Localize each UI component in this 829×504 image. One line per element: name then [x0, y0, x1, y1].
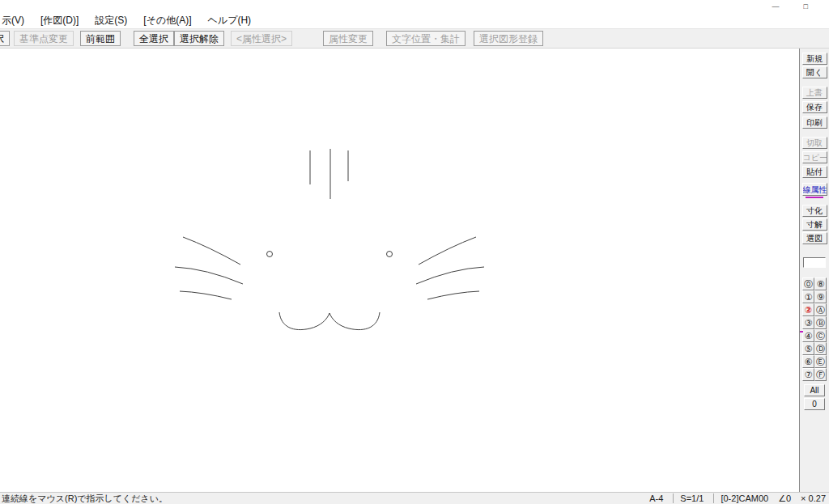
sidebar-button-new[interactable]: 新規: [802, 53, 827, 65]
layer-status-button[interactable]: [0-2]CAM00: [713, 493, 768, 503]
layer-group-0-button[interactable]: 0: [804, 398, 825, 410]
title-bar: — □: [0, 0, 829, 13]
cat-whisker-right-middle: [416, 267, 484, 284]
layer-button-e[interactable]: Ⓔ: [814, 355, 827, 368]
status-message: 連続線をマウス(R)で指示してください。: [2, 493, 168, 504]
toolbar-button-base-point-change: 基準点変更: [14, 31, 74, 46]
sidebar-button-print[interactable]: 印刷: [802, 116, 827, 129]
cat-whisker-left-bottom: [180, 291, 232, 299]
toolbar-button-text-position-tally: 文字位置・集計: [386, 31, 466, 46]
layer-button-c[interactable]: Ⓒ: [814, 329, 827, 342]
layer-grid: ⓪ ⑧ ① ⑨ ② Ⓐ ③ Ⓑ ④ Ⓒ ⑤ Ⓓ ⑥ Ⓔ ⑦ Ⓕ: [802, 277, 827, 381]
layer-button-b[interactable]: Ⓑ: [814, 316, 827, 329]
line-color-indicator: [806, 197, 823, 198]
right-sidebar: 新規 開く 上書 保存 印刷 切取 コピー 貼付 線属性 寸化 寸解 選図 ⓪ …: [800, 49, 829, 492]
status-right-group: A-4 S=1/1 [0-2]CAM00 ∠0 × 0.27: [649, 493, 826, 504]
scale-button[interactable]: S=1/1: [673, 493, 704, 503]
cat-whisker-left-middle: [175, 267, 243, 284]
layer-all-button[interactable]: All: [804, 384, 825, 396]
toolbar-button-deselect[interactable]: 選択解除: [174, 31, 224, 46]
zoom-indicator: × 0.27: [801, 493, 826, 503]
toolbar-button-select-all[interactable]: 全選択: [134, 31, 174, 46]
sidebar-button-copy: コピー: [802, 151, 827, 163]
maximize-button[interactable]: □: [804, 3, 808, 11]
minimize-button[interactable]: —: [772, 3, 780, 11]
cat-eye-right: [387, 252, 393, 257]
toolbar-button-attribute-change: 属性変更: [323, 31, 373, 46]
cat-whisker-right-bottom: [427, 291, 479, 299]
sidebar-button-open[interactable]: 開く: [802, 66, 827, 78]
layer-button-3[interactable]: ③: [802, 316, 814, 329]
cat-mouth: [279, 312, 380, 330]
menu-item-view[interactable]: 示(V): [0, 14, 26, 28]
status-bar: 連続線をマウス(R)で指示してください。 A-4 S=1/1 [0-2]CAM0…: [0, 492, 829, 504]
menu-item-draw[interactable]: [作図(D)]: [39, 14, 80, 28]
layer-button-9[interactable]: ⑨: [814, 290, 827, 303]
layer-button-4[interactable]: ④: [802, 329, 814, 342]
toolbar-button-partial-select[interactable]: 択: [0, 31, 10, 46]
menu-item-others[interactable]: [その他(A)]: [142, 14, 193, 28]
sidebar-button-cut: 切取: [802, 137, 827, 149]
sidebar-button-line-attribute[interactable]: 線属性: [802, 183, 827, 196]
menu-item-settings[interactable]: 設定(S): [93, 14, 129, 28]
layer-pen-color-mark: [800, 331, 803, 332]
layer-button-1[interactable]: ①: [802, 290, 814, 303]
line-style-preview[interactable]: [803, 257, 826, 268]
paper-size-button[interactable]: A-4: [649, 493, 663, 503]
sidebar-button-save[interactable]: 保存: [802, 101, 827, 113]
menu-item-help[interactable]: ヘルプ(H): [206, 14, 253, 28]
toolbar-button-register-selected-figure: 選択図形登録: [474, 31, 543, 46]
toolbar-button-attribute-select: <属性選択>: [231, 31, 292, 46]
selection-toolbar: 択 基準点変更 前範囲 全選択 選択解除 <属性選択> 属性変更 文字位置・集計…: [0, 28, 829, 49]
layer-button-2-active[interactable]: ②: [802, 303, 814, 316]
sidebar-button-select-figure[interactable]: 選図: [802, 232, 827, 244]
layer-button-f[interactable]: Ⓕ: [814, 368, 827, 381]
layer-button-5[interactable]: ⑤: [802, 342, 814, 355]
cat-whisker-right-top: [419, 237, 476, 265]
cat-eye-left: [267, 252, 273, 257]
drawing-canvas[interactable]: [0, 49, 800, 492]
layer-button-7[interactable]: ⑦: [802, 368, 814, 381]
layer-button-0[interactable]: ⓪: [802, 277, 814, 290]
sidebar-button-paste[interactable]: 貼付: [802, 166, 827, 178]
menu-bar: 示(V) [作図(D)] 設定(S) [その他(A)] ヘルプ(H): [0, 13, 829, 28]
sidebar-button-dim-convert[interactable]: 寸化: [802, 205, 827, 217]
layer-button-d[interactable]: Ⓓ: [814, 342, 827, 355]
main-area: 新規 開く 上書 保存 印刷 切取 コピー 貼付 線属性 寸化 寸解 選図 ⓪ …: [0, 49, 829, 492]
cat-face-drawing: [0, 49, 799, 491]
layer-button-6[interactable]: ⑥: [802, 355, 814, 368]
cat-whisker-left-top: [183, 237, 240, 265]
app-window: — □ 示(V) [作図(D)] 設定(S) [その他(A)] ヘルプ(H) 択…: [0, 0, 829, 504]
sidebar-button-overwrite-save: 上書: [802, 87, 827, 99]
angle-indicator: ∠0: [778, 493, 791, 504]
layer-button-8[interactable]: ⑧: [814, 277, 827, 290]
toolbar-button-previous-range[interactable]: 前範囲: [80, 31, 121, 46]
sidebar-button-dim-decompose[interactable]: 寸解: [802, 218, 827, 231]
layer-button-a[interactable]: Ⓐ: [814, 303, 827, 316]
